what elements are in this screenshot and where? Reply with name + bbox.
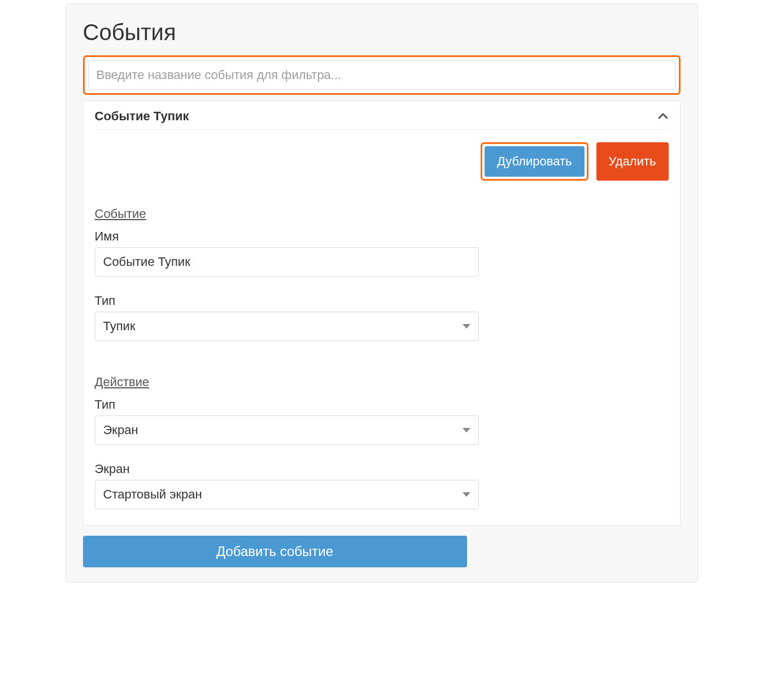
action-type-select[interactable]: Экран — [95, 415, 479, 445]
action-screen-label: Экран — [95, 462, 479, 476]
event-toolbar: Дублировать Удалить — [95, 130, 669, 196]
action-screen-value: Стартовый экран — [103, 487, 202, 502]
event-card: Событие Тупик Дублировать Удалить Событи… — [83, 100, 681, 526]
section-heading-event: Событие — [95, 207, 479, 221]
page-title: События — [83, 20, 681, 45]
add-event-button[interactable]: Добавить событие — [83, 536, 467, 567]
event-form-column: Событие Имя Тип Тупик Действие Тип Экран… — [95, 207, 479, 509]
events-panel: События Событие Тупик Дублировать Удалит… — [66, 3, 698, 583]
event-type-label: Тип — [95, 294, 479, 308]
delete-button[interactable]: Удалить — [596, 142, 669, 181]
filter-highlight-frame — [83, 55, 681, 95]
section-heading-action: Действие — [95, 375, 479, 390]
duplicate-button[interactable]: Дублировать — [485, 146, 585, 177]
caret-down-icon — [463, 492, 470, 497]
name-label: Имя — [95, 229, 479, 244]
action-type-value: Экран — [103, 423, 138, 438]
event-card-header[interactable]: Событие Тупик — [95, 101, 669, 130]
caret-down-icon — [463, 428, 470, 432]
action-type-label: Тип — [95, 397, 479, 412]
duplicate-highlight-frame: Дублировать — [481, 142, 588, 181]
event-filter-input[interactable] — [88, 60, 675, 90]
event-type-value: Тупик — [103, 319, 136, 334]
event-card-title: Событие Тупик — [95, 109, 189, 124]
caret-down-icon — [463, 324, 470, 329]
event-type-select[interactable]: Тупик — [95, 312, 479, 341]
action-screen-select[interactable]: Стартовый экран — [95, 480, 479, 509]
event-name-input[interactable] — [95, 247, 479, 277]
chevron-up-icon — [657, 111, 669, 122]
